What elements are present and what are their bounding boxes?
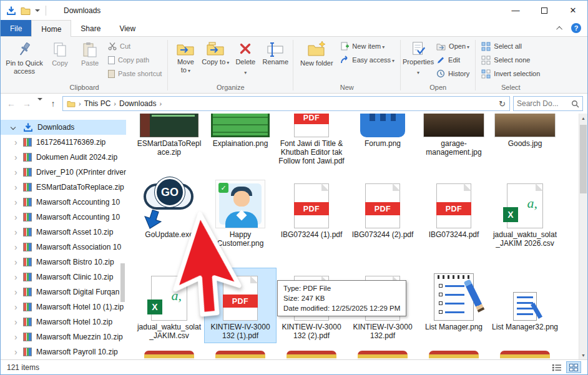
vertical-scrollbar[interactable]: ▲ ▼ xyxy=(579,114,587,359)
sidebar-item[interactable]: ESMartDataToReplace.zip xyxy=(1,180,126,195)
chevron-right-icon[interactable] xyxy=(14,273,17,281)
thumbnails-view-button[interactable] xyxy=(566,361,581,373)
sidebar-item[interactable]: Mawarsoft Bistro 10.zip xyxy=(1,255,126,270)
chevron-right-icon[interactable] xyxy=(14,303,17,311)
edit-button[interactable]: Edit xyxy=(433,53,473,67)
chevron-right-icon[interactable] xyxy=(14,213,17,222)
chevron-right-icon[interactable] xyxy=(14,243,17,251)
sidebar-item[interactable]: Mawarsoft Asset 10.zip xyxy=(1,225,126,240)
properties-button[interactable]: Properties xyxy=(403,39,433,77)
select-all-button[interactable]: Select all xyxy=(478,39,543,53)
file-item[interactable]: Forum.png xyxy=(347,114,418,168)
rename-button[interactable]: Rename xyxy=(260,39,290,67)
up-button[interactable]: ↑ xyxy=(47,99,59,109)
forward-button[interactable]: → xyxy=(21,99,33,109)
move-to-button[interactable]: Move to xyxy=(170,39,200,75)
file-item[interactable]: PDF IBG073244 (1).pdf xyxy=(276,176,347,250)
collapse-ribbon-icon[interactable] xyxy=(556,26,562,32)
chevron-right-icon[interactable] xyxy=(14,183,17,192)
breadcrumb-downloads[interactable]: Downloads xyxy=(119,99,156,108)
file-item[interactable]: PDF IBG073244.pdf xyxy=(418,176,489,250)
new-folder-button[interactable]: New folder xyxy=(296,39,337,68)
file-item[interactable]: PDF Font Jawi di Title & Khutbah Editor … xyxy=(276,114,347,168)
file-item[interactable]: PDF IBG073244 (2).pdf xyxy=(347,176,418,250)
chevron-right-icon[interactable] xyxy=(14,333,17,341)
maximize-button[interactable] xyxy=(530,1,559,20)
sidebar-item[interactable]: Mawarsoft Digital Furqan xyxy=(1,285,126,300)
file-item[interactable] xyxy=(276,342,347,359)
recent-locations-dropdown-icon[interactable] xyxy=(36,100,44,107)
sidebar-item[interactable]: Mawarsoft Accounting 10 xyxy=(1,195,126,210)
file-item[interactable] xyxy=(418,342,489,359)
file-item[interactable]: garage-management.jpg xyxy=(418,114,489,168)
file-item[interactable]: a,X jadual_waktu_solat_JAKIM 2026.csv xyxy=(489,176,561,250)
file-item[interactable]: ESMartDataToReplace.zip xyxy=(134,114,205,168)
copy-path-button[interactable]: Copy path xyxy=(105,53,165,67)
history-button[interactable]: History xyxy=(433,67,473,80)
qat-dropdown-icon[interactable] xyxy=(35,9,40,12)
file-item[interactable]: Explaination.png xyxy=(205,114,276,168)
scrollbar-thumb[interactable] xyxy=(580,125,587,193)
back-button[interactable]: ← xyxy=(5,99,17,109)
cut-button[interactable]: Cut xyxy=(105,39,165,53)
search-box[interactable] xyxy=(513,96,583,111)
file-item[interactable]: Goods.jpg xyxy=(489,114,561,168)
breadcrumb-this-pc[interactable]: This PC xyxy=(84,99,111,108)
chevron-right-icon[interactable] xyxy=(14,138,17,147)
sidebar-item[interactable]: Mawarsoft Hotel 10 (1).zip xyxy=(1,300,126,314)
chevron-right-icon[interactable] xyxy=(14,168,17,177)
file-item[interactable] xyxy=(489,342,561,359)
sidebar-item[interactable]: Driver_P10 (XPrinter driver xyxy=(1,165,126,180)
close-button[interactable]: ✕ xyxy=(559,1,587,20)
open-button[interactable]: Open xyxy=(433,39,473,53)
sidebar-item[interactable]: Mawarsoft Muezzin 10.zip xyxy=(1,329,126,344)
tab-file[interactable]: File xyxy=(1,20,31,36)
sidebar-item[interactable]: Mawarsoft Payroll 10.zip xyxy=(1,344,126,359)
sidebar-item[interactable]: 16172641176369.zip xyxy=(1,135,126,150)
sidebar-item[interactable]: Mawarsoft Hotel 10.zip xyxy=(1,314,126,329)
paste-shortcut-button[interactable]: Paste shortcut xyxy=(105,67,165,80)
file-item[interactable]: List Manager32.png xyxy=(489,268,561,343)
new-item-button[interactable]: New item xyxy=(337,39,398,53)
details-view-button[interactable] xyxy=(549,361,564,373)
folder-icon[interactable] xyxy=(21,6,31,15)
easy-access-button[interactable]: Easy access xyxy=(337,53,398,67)
tab-share[interactable]: Share xyxy=(71,20,110,36)
sidebar-list: 16172641176369.zip Dokumen Audit 2024.zi… xyxy=(1,135,126,359)
chevron-right-icon[interactable] xyxy=(14,318,17,326)
chevron-right-icon[interactable] xyxy=(14,153,17,162)
file-item[interactable] xyxy=(205,342,276,359)
copy-to-button[interactable]: Copy to xyxy=(200,39,230,67)
chevron-right-icon[interactable] xyxy=(14,288,17,296)
tab-view[interactable]: View xyxy=(110,20,145,36)
pin-to-quick-access-button[interactable]: Pin to Quick access xyxy=(4,39,45,76)
notepad-small-icon xyxy=(513,292,537,321)
scroll-up-icon[interactable]: ▲ xyxy=(579,114,587,122)
chevron-right-icon[interactable] xyxy=(14,228,17,236)
delete-button[interactable]: Delete xyxy=(230,39,260,77)
sidebar-item-downloads[interactable]: Downloads xyxy=(1,120,126,135)
sidebar-scrollbar-thumb[interactable] xyxy=(120,263,125,302)
chevron-right-icon[interactable] xyxy=(14,348,17,356)
scroll-down-icon[interactable]: ▼ xyxy=(579,351,587,359)
breadcrumb[interactable]: › This PC › Downloads › ↻ xyxy=(62,96,510,111)
invert-selection-button[interactable]: Invert selection xyxy=(478,67,543,80)
select-none-button[interactable]: Select none xyxy=(478,53,543,67)
help-icon[interactable]: ? xyxy=(571,23,581,33)
chevron-right-icon[interactable] xyxy=(14,258,17,266)
chevron-expanded-icon[interactable] xyxy=(11,125,16,130)
sidebar-item[interactable]: Mawarsoft Accounting 10 xyxy=(1,210,126,225)
file-item[interactable]: List Manager.png xyxy=(418,268,489,343)
chevron-right-icon[interactable] xyxy=(14,198,17,207)
sidebar-item[interactable]: Mawarsoft Association 10 xyxy=(1,240,126,255)
paste-button[interactable]: Paste xyxy=(75,39,105,68)
refresh-button[interactable]: ↻ xyxy=(499,99,506,109)
search-input[interactable] xyxy=(517,99,571,108)
file-item[interactable] xyxy=(347,342,418,359)
tab-home[interactable]: Home xyxy=(31,20,71,37)
file-item[interactable] xyxy=(134,342,205,359)
sidebar-item[interactable]: Dokumen Audit 2024.zip xyxy=(1,150,126,165)
minimize-button[interactable]: — xyxy=(501,1,530,20)
copy-button[interactable]: Copy xyxy=(45,39,75,68)
sidebar-item[interactable]: Mawarsoft Clinic 10.zip xyxy=(1,270,126,285)
